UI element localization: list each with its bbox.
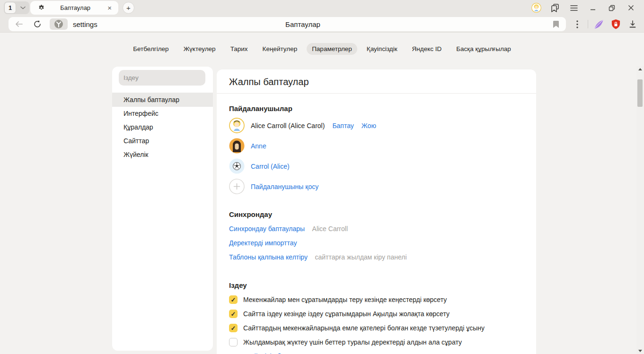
suggestions-checkbox[interactable]: ✓: [229, 295, 238, 304]
sync-settings-link[interactable]: Синхрондау баптаулары: [229, 225, 305, 233]
nav-tab-security[interactable]: Қауіпсіздік: [362, 43, 403, 55]
menu-icon[interactable]: [565, 5, 583, 11]
checkmark-icon: ✓: [231, 297, 236, 303]
search-option-row: ✓ Жылдамырақ жүктеу үшін беттер туралы д…: [229, 338, 524, 346]
alice-avatar: [229, 118, 245, 133]
scrollbar-thumb[interactable]: [637, 79, 643, 107]
user-row-anne: Anne: [229, 138, 524, 154]
nav-tab-history[interactable]: Тарих: [225, 43, 253, 55]
sync-settings-row: Синхрондау баптаулары Alice Carroll: [229, 224, 524, 233]
sidebar-item-sites[interactable]: Сайттар: [112, 134, 213, 148]
search-input[interactable]: [119, 70, 205, 86]
window-close-icon[interactable]: [621, 5, 640, 11]
user-carrol-link[interactable]: Carrol (Alice): [251, 163, 290, 170]
minimize-icon[interactable]: [583, 5, 602, 11]
checkmark-icon: ✓: [231, 311, 236, 317]
scroll-down-arrow-icon[interactable]: [638, 350, 642, 352]
nav-tab-settings[interactable]: Параметрлер: [307, 43, 357, 55]
restore-tableau-row: Таблоны қалпына келтіру сайттарға жылдам…: [229, 253, 524, 261]
page-scrollbar[interactable]: [636, 66, 644, 354]
settings-page: Бетбелгілер Жүктеулер Тарих Кеңейтулер П…: [0, 33, 644, 354]
user-configure-link[interactable]: Баптау: [332, 122, 353, 130]
import-data-link[interactable]: Деректерді импорттау: [229, 239, 297, 247]
sync-heading: Синхрондау: [229, 210, 524, 219]
chevron-down-icon[interactable]: [16, 6, 29, 9]
nav-tab-other-devices[interactable]: Басқа құрылғылар: [451, 43, 516, 55]
search-option-label: Мекенжайлар мен сұратымдарды теру кезінд…: [243, 296, 447, 303]
url-text[interactable]: settings: [73, 20, 97, 28]
bookmark-icon[interactable]: [553, 20, 559, 28]
checkmark-icon: ✓: [231, 325, 236, 331]
tabs-panel-icon[interactable]: [546, 3, 565, 13]
user-delete-link[interactable]: Жою: [362, 122, 376, 130]
search-option-label: Сайтта іздеу кезінде іздеу сұратымдарын …: [243, 310, 450, 318]
tab-strip: 1 Баптаулар × +: [0, 0, 644, 16]
typo-fix-checkbox[interactable]: ✓: [229, 324, 238, 332]
users-heading: Пайдаланушылар: [229, 104, 524, 113]
user-anne-link[interactable]: Anne: [251, 142, 266, 150]
search-heading: Іздеу: [229, 281, 524, 290]
tab-counter-group[interactable]: 1: [4, 1, 29, 14]
tab-title: Баптаулар: [45, 4, 106, 11]
sidebar-item-system[interactable]: Жүйелік: [112, 148, 213, 162]
add-user-icon[interactable]: [229, 179, 245, 194]
protect-shield-icon[interactable]: [607, 19, 624, 30]
restore-tableau-link[interactable]: Таблоны қалпына келтіру: [229, 253, 308, 261]
back-icon[interactable]: [15, 20, 23, 28]
prefetch-checkbox[interactable]: ✓: [229, 338, 238, 346]
site-badge[interactable]: [50, 18, 68, 30]
search-option-row: ✓ Сайтта іздеу кезінде іздеу сұратымдары…: [229, 310, 524, 318]
title-divider: [217, 93, 536, 94]
search-option-row: ✓ Сайттардың мекенжайларында емле қателе…: [229, 324, 524, 332]
nav-tab-extensions[interactable]: Кеңейтулер: [257, 43, 303, 55]
import-data-row: Деректерді импорттау: [229, 239, 524, 247]
address-row: settings Баптаулар: [0, 16, 644, 33]
omnibox-page-title: Баптаулар: [285, 20, 320, 28]
page-title: Жалпы баптаулар: [229, 76, 524, 88]
smartline-checkbox[interactable]: ✓: [229, 310, 238, 318]
toolbar-divider: [588, 20, 588, 28]
address-bar[interactable]: settings Баптаулар: [9, 17, 566, 31]
maximize-icon[interactable]: [602, 5, 621, 11]
site-badge-icon: [54, 19, 63, 29]
user-name: Alice Carroll (Alice Carol): [251, 122, 325, 130]
feather-icon[interactable]: [590, 18, 607, 30]
add-user-link[interactable]: Пайдаланушыны қосу: [251, 183, 318, 190]
download-icon[interactable]: [624, 20, 641, 28]
tab-close-icon[interactable]: ×: [106, 3, 114, 12]
sidebar-item-interface[interactable]: Интерфейс: [112, 107, 213, 121]
search-option-label: Сайттардың мекенжайларында емле қателері…: [243, 324, 485, 332]
profile-avatar-icon[interactable]: [527, 3, 546, 13]
browser-tab-settings[interactable]: Баптаулар ×: [30, 1, 118, 15]
new-tab-button[interactable]: +: [123, 2, 134, 14]
gear-icon: [38, 4, 45, 11]
nav-tab-downloads[interactable]: Жүктеулер: [178, 43, 221, 55]
settings-main-panel: Жалпы баптаулар Пайдаланушылар Alice Car…: [217, 69, 536, 354]
user-row-carrol: Carrol (Alice): [229, 158, 524, 174]
user-row-alice: Alice Carroll (Alice Carol) Баптау Жою: [229, 118, 524, 133]
sidebar-menu: Жалпы баптаулар Интерфейс Құралдар Сайтт…: [112, 93, 213, 162]
soccer-ball-avatar: [229, 158, 245, 174]
search-option-row: ✓ Мекенжайлар мен сұратымдарды теру кезі…: [229, 295, 524, 304]
reload-icon[interactable]: [33, 20, 42, 28]
scroll-up-arrow-icon[interactable]: [638, 68, 642, 70]
restore-tableau-note: сайттарға жылдам кіру панелі: [315, 253, 406, 261]
sidebar-item-tools[interactable]: Құралдар: [112, 121, 213, 134]
search-option-label: Жылдамырақ жүктеу үшін беттер туралы дер…: [243, 338, 462, 346]
anne-avatar: [229, 138, 245, 154]
nav-tab-bookmarks[interactable]: Бетбелгілер: [128, 43, 174, 55]
sidebar-item-general[interactable]: Жалпы баптаулар: [112, 93, 213, 107]
more-dots-icon[interactable]: [569, 20, 586, 28]
nav-tab-yandex-id[interactable]: Яндекс ID: [407, 43, 447, 55]
sync-account-note: Alice Carroll: [312, 225, 348, 233]
settings-sidebar: Жалпы баптаулар Интерфейс Құралдар Сайтт…: [112, 67, 213, 351]
settings-nav-tabs: Бетбелгілер Жүктеулер Тарих Кеңейтулер П…: [0, 43, 644, 55]
tab-counter[interactable]: 1: [4, 2, 16, 14]
add-user-row: Пайдаланушыны қосу: [229, 179, 524, 194]
